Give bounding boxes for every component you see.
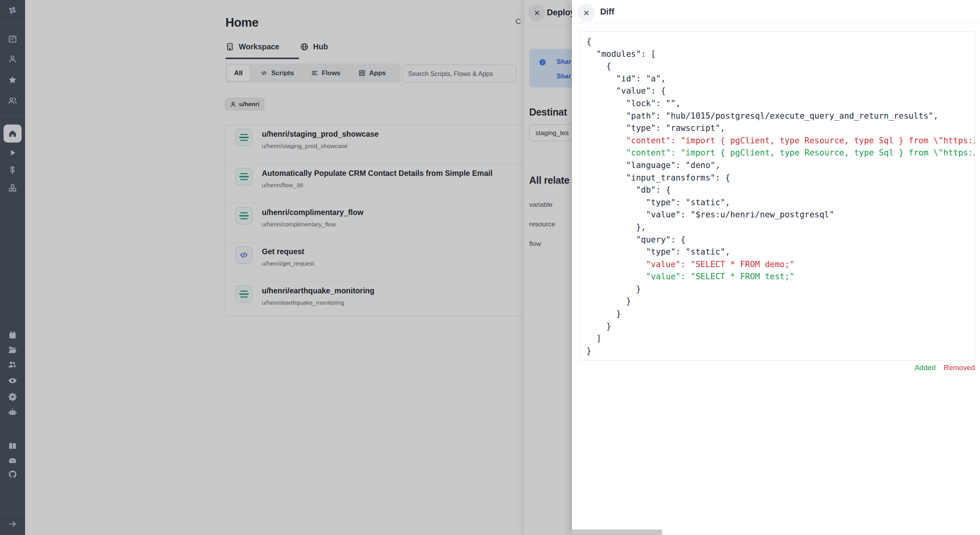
code-line: { xyxy=(586,60,975,73)
close-icon xyxy=(582,9,591,17)
code-line: } xyxy=(586,320,975,333)
code-line: "content": "import { pgClient, type Reso… xyxy=(586,147,975,159)
code-line: "query": { xyxy=(586,234,975,246)
diff-code-block[interactable]: { "modules": [ { "id": "a", "value": { "… xyxy=(580,31,975,361)
code-line: "path": "hub/1015/postgresql/execute_que… xyxy=(586,110,975,123)
code-line: "type": "static", xyxy=(586,197,975,209)
legend-removed: Removed xyxy=(944,363,975,372)
code-line: "type": "static", xyxy=(586,246,975,258)
code-line: "input_transforms": { xyxy=(586,172,975,184)
code-line: } xyxy=(586,283,975,296)
code-line: "value": "$res:u/henri/new_postgresql" xyxy=(586,209,975,221)
code-line: } xyxy=(586,308,975,320)
code-line: "value": { xyxy=(586,85,975,98)
code-line: "language": "deno", xyxy=(586,159,975,172)
diff-drawer: Diff { "modules": [ { "id": "a", "value"… xyxy=(572,0,980,535)
diff-close-button[interactable] xyxy=(577,4,595,22)
code-line: }, xyxy=(586,221,975,234)
code-line: } xyxy=(586,295,975,308)
code-line: "type": "rawscript", xyxy=(586,122,975,135)
code-line: "value": "SELECT * FROM demo;" xyxy=(586,258,975,271)
code-line: "lock": "", xyxy=(586,98,975,110)
divider xyxy=(572,23,980,23)
code-line: "modules": [ xyxy=(586,48,975,61)
legend-added: Added xyxy=(915,363,936,372)
code-line: { xyxy=(586,36,975,48)
horizontal-scrollbar-thumb[interactable] xyxy=(572,530,662,535)
code-line: "db": { xyxy=(586,184,975,197)
code-line: "value": "SELECT * FROM test;" xyxy=(586,271,975,283)
code-line: ] xyxy=(586,333,975,345)
diff-legend: Added Removed xyxy=(580,363,975,372)
code-line: "id": "a", xyxy=(586,73,975,85)
diff-title: Diff xyxy=(600,7,614,17)
code-line: } xyxy=(586,345,975,358)
diff-code: { "modules": [ { "id": "a", "value": { "… xyxy=(586,36,975,357)
code-line: "content": "import { pgClient, type Reso… xyxy=(586,135,975,147)
